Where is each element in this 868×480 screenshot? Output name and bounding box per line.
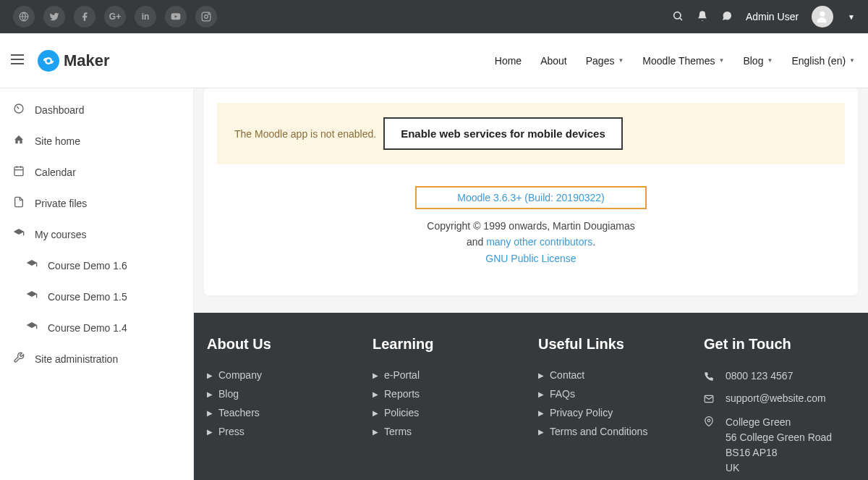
facebook-icon[interactable] [74,6,95,28]
svg-point-2 [205,15,208,19]
sidebar-course-1[interactable]: Course Demo 1.6 [0,250,193,281]
googleplus-icon[interactable]: G+ [104,6,126,28]
footer-links-title: Useful Links [538,336,689,353]
footer-about-title: About Us [207,336,358,353]
topbar-right: Admin User ▼ [672,6,855,28]
sidebar-dashboard-label: Dashboard [35,104,85,116]
footer-link-company[interactable]: ▶Company [207,366,358,384]
hamburger-icon[interactable] [9,51,30,70]
nav-blog[interactable]: Blog▼ [743,55,773,67]
footer-learning: Learning ▶e-Portal ▶Reports ▶Policies ▶T… [373,336,524,480]
footer: About Us ▶Company ▶Blog ▶Teachers ▶Press… [194,313,868,480]
svg-point-16 [707,419,710,422]
footer-link-contact[interactable]: ▶Contact [538,366,689,384]
user-name[interactable]: Admin User [746,11,799,22]
svg-line-5 [680,18,682,20]
footer-links: Useful Links ▶Contact ▶FAQs ▶Privacy Pol… [538,336,689,480]
nav-language[interactable]: English (en)▼ [791,55,855,67]
sidebar-course-3[interactable]: Course Demo 1.4 [0,312,193,343]
mail-icon [704,394,715,406]
globe-icon[interactable] [13,6,35,28]
enable-webservices-button[interactable]: Enable web services for mobile devices [383,117,623,150]
nav-themes-label: Moodle Themes [642,55,715,67]
sidebar-privatefiles[interactable]: Private files [0,188,193,219]
sidebar-course-3-label: Course Demo 1.4 [48,322,127,334]
content: The Moodle app is not enabled. Enable we… [194,88,868,480]
chevron-down-icon[interactable]: ▼ [848,13,855,21]
caret-right-icon: ▶ [538,371,544,379]
wrench-icon [13,352,26,366]
contact-email: support@website.com [704,388,855,410]
caret-right-icon: ▶ [207,390,213,398]
footer-link-policies[interactable]: ▶Policies [373,403,524,422]
chevron-down-icon: ▼ [618,57,624,64]
file-icon [13,196,26,210]
chat-icon[interactable] [721,10,733,24]
sidebar-privatefiles-label: Private files [35,198,87,209]
sidebar-sitehome-label: Site home [35,135,80,147]
topbar: G+ in Admin User ▼ [0,0,868,33]
nav-home[interactable]: Home [495,55,522,67]
chevron-down-icon: ▼ [849,57,855,64]
sidebar-course-2[interactable]: Course Demo 1.5 [0,281,193,312]
header: Maker Home About Pages▼ Moodle Themes▼ B… [0,33,868,88]
logo[interactable]: Maker [38,50,110,72]
footer-link-privacy[interactable]: ▶Privacy Policy [538,403,689,422]
map-pin-icon [704,416,715,429]
nav-about[interactable]: About [540,55,567,67]
license-link[interactable]: GNU Public License [485,253,576,264]
twitter-icon[interactable] [43,6,65,28]
footer-about: About Us ▶Company ▶Blog ▶Teachers ▶Press [207,336,358,480]
footer-link-teachers[interactable]: ▶Teachers [207,403,358,422]
youtube-icon[interactable] [165,6,187,28]
nav-pages[interactable]: Pages▼ [586,55,624,67]
caret-right-icon: ▶ [538,409,544,417]
copyright-line2: and many other contributors. [217,234,845,250]
footer-touch-title: Get in Touch [704,336,855,353]
sidebar-course-2-label: Course Demo 1.5 [48,291,127,303]
nav-themes[interactable]: Moodle Themes▼ [642,55,724,67]
footer-link-tandc[interactable]: ▶Terms and Conditions [538,422,689,441]
nav-language-label: English (en) [791,55,846,67]
footer-link-reports[interactable]: ▶Reports [373,384,524,403]
footer-link-blog[interactable]: ▶Blog [207,384,358,403]
footer-link-eportal[interactable]: ▶e-Portal [373,366,524,384]
graduation-cap-icon [26,258,39,272]
footer-link-faqs[interactable]: ▶FAQs [538,384,689,403]
caret-right-icon: ▶ [373,390,378,398]
contributors-link[interactable]: many other contributors [486,236,592,248]
sidebar-sitehome[interactable]: Site home [0,125,193,156]
footer-link-terms[interactable]: ▶Terms [373,422,524,441]
contact-address: College Green 56 College Green Road BS16… [704,410,855,480]
sidebar-calendar[interactable]: Calendar [0,156,193,188]
phone-icon [704,371,715,384]
copyright-line1: Copyright © 1999 onwards, Martin Dougiam… [217,218,845,234]
caret-right-icon: ▶ [207,428,213,436]
caret-right-icon: ▶ [373,409,378,417]
sidebar-course-1-label: Course Demo 1.6 [48,260,127,271]
instagram-icon[interactable] [195,6,217,28]
sidebar-dashboard[interactable]: Dashboard [0,94,193,125]
layout: Dashboard Site home Calendar Private fil… [0,88,868,480]
version-box: Moodle 3.6.3+ (Build: 20190322) [415,186,647,209]
logo-icon [38,50,59,72]
search-icon[interactable] [672,10,684,24]
chevron-down-icon: ▼ [767,57,773,64]
svg-point-3 [208,14,209,14]
chevron-down-icon: ▼ [719,57,725,64]
nav-blog-label: Blog [743,55,763,67]
linkedin-icon[interactable]: in [135,6,156,28]
contact-address-lines: College Green 56 College Green Road BS16… [726,415,832,476]
avatar[interactable] [812,6,833,28]
graduation-cap-icon [13,227,26,241]
footer-link-press[interactable]: ▶Press [207,422,358,441]
graduation-cap-icon [26,290,39,303]
sidebar-siteadmin[interactable]: Site administration [0,343,193,374]
caret-right-icon: ▶ [538,390,544,398]
contact-phone: 0800 123 4567 [704,366,855,388]
bell-icon[interactable] [697,10,708,24]
version-link[interactable]: Moodle 3.6.3+ (Build: 20190322) [457,192,605,203]
svg-point-6 [820,12,825,17]
caret-right-icon: ▶ [373,371,378,379]
sidebar-mycourses[interactable]: My courses [0,219,193,250]
